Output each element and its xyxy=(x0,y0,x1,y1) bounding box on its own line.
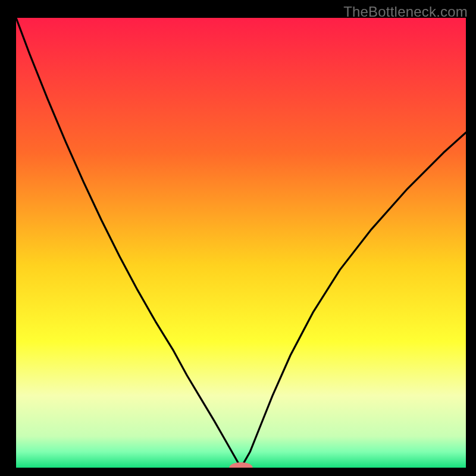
plot-background xyxy=(16,18,466,468)
watermark-text: TheBottleneck.com xyxy=(343,4,468,20)
chart-frame: { "watermark": "TheBottleneck.com", "cha… xyxy=(0,0,476,476)
bottleneck-chart xyxy=(0,0,476,476)
minimum-marker xyxy=(229,462,252,473)
